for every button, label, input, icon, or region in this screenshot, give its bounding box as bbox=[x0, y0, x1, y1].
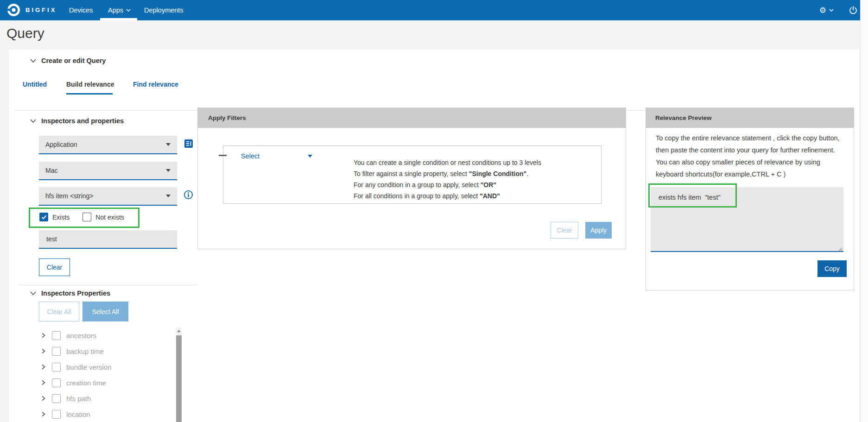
divider bbox=[19, 285, 197, 285]
tree-item-ancestors[interactable]: ancestors bbox=[40, 328, 96, 343]
chevron-down-icon bbox=[30, 58, 37, 63]
page-scrollbar[interactable] bbox=[860, 0, 868, 422]
active-nav-indicator bbox=[100, 18, 137, 20]
chevron-down-icon bbox=[308, 155, 312, 157]
tree-checkbox[interactable] bbox=[52, 394, 61, 403]
apply-filters-panel: Apply Filters Select You can create a si… bbox=[197, 107, 626, 249]
nav-item-apps[interactable]: Apps bbox=[108, 0, 131, 20]
tree-item-backup-time[interactable]: backup time bbox=[40, 343, 104, 359]
instruction-line: For any condition in a group to apply, s… bbox=[354, 180, 496, 189]
list-scrollbar[interactable] bbox=[176, 328, 182, 422]
inspector-type-dropdown[interactable]: Application bbox=[39, 136, 177, 154]
nav-item-devices[interactable]: Devices bbox=[69, 0, 93, 20]
tab-find-relevance[interactable]: Find relevance bbox=[133, 81, 178, 88]
relevance-description: To copy the entire relevance statement ,… bbox=[656, 132, 847, 180]
relevance-preview-panel: Relevance Preview To copy the entire rel… bbox=[646, 107, 854, 290]
not-exists-checkbox[interactable] bbox=[82, 213, 91, 221]
relevance-preview-header: Relevance Preview bbox=[646, 108, 854, 128]
chevron-down-icon bbox=[829, 8, 834, 12]
clear-all-button[interactable]: Clear All bbox=[39, 302, 79, 321]
exists-label: Exists bbox=[52, 214, 70, 221]
tree-item-creation-time[interactable]: creation time bbox=[40, 375, 106, 391]
filters-apply-button[interactable]: Apply bbox=[585, 222, 612, 239]
tab-build-relevance[interactable]: Build relevance bbox=[66, 81, 114, 88]
select-all-button[interactable]: Select All bbox=[82, 302, 128, 321]
chevron-down-icon bbox=[126, 8, 131, 12]
properties-heading: Inspectors Properties bbox=[41, 290, 110, 297]
settings-menu[interactable]: ⚙ bbox=[819, 6, 834, 14]
tree-item-bundle-version[interactable]: bundle version bbox=[40, 359, 112, 375]
nav-item-deployments[interactable]: Deployments bbox=[144, 0, 184, 20]
tree-item-hfs-path[interactable]: hfs path bbox=[40, 391, 91, 406]
gear-icon: ⚙ bbox=[819, 6, 826, 14]
chevron-right-icon[interactable] bbox=[40, 364, 46, 370]
not-exists-label: Not exists bbox=[95, 214, 124, 221]
query-card: Create or edit Query Untitled Build rele… bbox=[9, 50, 859, 422]
active-tab-indicator bbox=[66, 93, 113, 94]
platform-dropdown[interactable]: Mac bbox=[39, 162, 177, 180]
chevron-down-icon bbox=[166, 195, 171, 197]
value-input[interactable] bbox=[39, 230, 177, 249]
chevron-down-icon bbox=[166, 169, 171, 172]
chevron-right-icon[interactable] bbox=[40, 348, 46, 354]
brand-name: BIGFIX bbox=[25, 6, 57, 13]
copy-button[interactable]: Copy bbox=[817, 260, 847, 277]
tree-connector bbox=[219, 155, 227, 156]
inspectors-heading: Inspectors and properties bbox=[41, 117, 124, 125]
chevron-right-icon[interactable] bbox=[40, 379, 46, 386]
catalog-icon[interactable] bbox=[184, 139, 194, 151]
instruction-line: You can create a single condition or nes… bbox=[354, 158, 541, 167]
page-title: Query bbox=[6, 25, 44, 41]
chevron-down-icon bbox=[30, 290, 37, 296]
info-icon[interactable] bbox=[184, 190, 193, 202]
inspectors-properties-toggle[interactable]: Inspectors Properties bbox=[30, 290, 110, 297]
top-navbar: BIGFIX Devices Apps Deployments ⚙ bbox=[0, 0, 868, 20]
create-or-edit-query-toggle[interactable]: Create or edit Query bbox=[30, 57, 106, 64]
clear-button[interactable]: Clear bbox=[39, 258, 70, 276]
chevron-down-icon bbox=[30, 118, 37, 124]
chevron-down-icon bbox=[166, 143, 171, 146]
chevron-right-icon[interactable] bbox=[40, 332, 46, 339]
tree-checkbox[interactable] bbox=[52, 331, 61, 340]
inspector-dropdown[interactable]: hfs item <string> bbox=[39, 187, 177, 206]
instruction-line: For all conditions in a group to apply, … bbox=[354, 191, 500, 201]
scrollbar-thumb[interactable] bbox=[176, 335, 182, 422]
bigfix-logo-icon bbox=[6, 3, 21, 17]
tree-checkbox[interactable] bbox=[52, 363, 61, 372]
condition-select-dropdown[interactable]: Select bbox=[241, 152, 312, 160]
power-icon[interactable] bbox=[849, 6, 858, 15]
tree-checkbox[interactable] bbox=[52, 410, 61, 419]
inspectors-and-properties-toggle[interactable]: Inspectors and properties bbox=[30, 117, 124, 125]
instruction-line: To filter against a single property, sel… bbox=[354, 169, 528, 178]
chevron-right-icon[interactable] bbox=[40, 411, 46, 417]
scroll-up-button[interactable] bbox=[176, 328, 182, 334]
relevance-preview-textarea[interactable]: exists hfs item "test" bbox=[651, 187, 843, 252]
filters-clear-button[interactable]: Clear bbox=[551, 222, 578, 239]
tree-checkbox[interactable] bbox=[52, 347, 61, 356]
exists-checkbox[interactable] bbox=[39, 213, 48, 221]
tab-untitled[interactable]: Untitled bbox=[23, 81, 47, 88]
tree-item-location[interactable]: location bbox=[40, 406, 90, 422]
apply-filters-header: Apply Filters bbox=[198, 108, 626, 128]
bigfix-logo[interactable]: BIGFIX bbox=[6, 3, 57, 17]
chevron-right-icon[interactable] bbox=[40, 395, 46, 402]
section-title: Create or edit Query bbox=[41, 57, 106, 64]
tree-checkbox[interactable] bbox=[52, 378, 61, 387]
